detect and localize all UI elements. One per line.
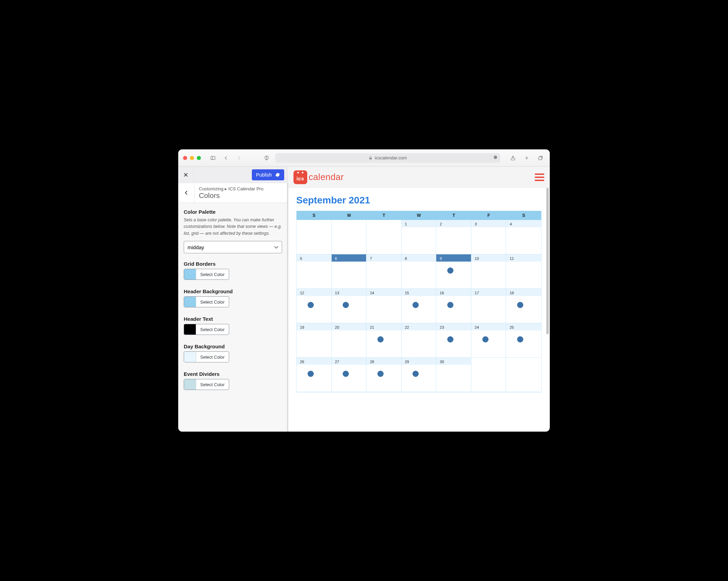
day-number: 5 (297, 254, 331, 262)
event-dot-icon (343, 371, 349, 377)
calendar-cell[interactable]: 17 (471, 289, 506, 323)
calendar-cell[interactable]: 9 (436, 254, 471, 289)
privacy-report-icon[interactable] (262, 154, 271, 162)
browser-window: icscalendar.com (178, 149, 550, 432)
day-number: 8 (402, 254, 436, 262)
select-color-header_background[interactable]: Select Color (184, 296, 229, 307)
day-number: 19 (297, 323, 331, 330)
color-label-event_dividers: Event Dividers (184, 371, 282, 377)
event-dot-icon (343, 302, 349, 308)
calendar-cell[interactable]: 1 (402, 220, 437, 254)
address-bar[interactable]: icscalendar.com (275, 153, 500, 163)
day-number: 24 (471, 323, 506, 330)
calendar-cell[interactable]: 23 (436, 323, 471, 358)
calendar-cell[interactable]: 19 (297, 323, 332, 358)
address-bar-host: icscalendar.com (375, 155, 407, 160)
color-section-grid_borders: Grid Borders Select Color (184, 261, 282, 281)
select-color-label: Select Color (196, 324, 229, 335)
select-color-label: Select Color (196, 379, 229, 390)
customizer-close-button[interactable] (178, 167, 193, 183)
nav-back-button[interactable] (222, 154, 231, 162)
gear-icon (275, 172, 280, 177)
minimize-window-button[interactable] (190, 156, 194, 160)
calendar-cell[interactable]: 21 (366, 323, 402, 358)
calendar-cell[interactable]: 25 (506, 323, 541, 358)
event-dot-icon (517, 302, 523, 308)
calendar-cell[interactable]: 12 (297, 289, 332, 323)
breadcrumb-back-button[interactable] (178, 183, 195, 202)
day-number: 22 (402, 323, 436, 330)
zoom-window-button[interactable] (197, 156, 201, 160)
calendar-cell[interactable]: 18 (506, 289, 541, 323)
site-logo[interactable]: ics calendar (293, 170, 344, 184)
day-number: 20 (332, 323, 366, 330)
calendar-cell[interactable]: 10 (471, 254, 506, 289)
day-number: 28 (366, 358, 401, 365)
color-swatch-header_text (184, 324, 196, 335)
calendar-cell[interactable]: 11 (506, 254, 541, 289)
tab-overview-button[interactable] (536, 154, 545, 162)
calendar-cell[interactable]: 27 (332, 358, 367, 392)
calendar-cell[interactable]: 15 (402, 289, 437, 323)
close-window-button[interactable] (183, 156, 187, 160)
day-number: 2 (436, 220, 471, 227)
nav-forward-button[interactable] (235, 154, 244, 162)
calendar-cell[interactable]: 14 (366, 289, 402, 323)
calendar-cell[interactable]: 2 (436, 220, 471, 254)
logo-badge-icon: ics (293, 170, 307, 184)
select-color-event_dividers[interactable]: Select Color (184, 379, 229, 390)
day-number: 26 (297, 358, 331, 365)
day-number: 29 (402, 358, 436, 365)
reload-button[interactable] (493, 155, 497, 160)
calendar-cell[interactable]: 22 (402, 323, 437, 358)
palette-select[interactable]: midday (184, 241, 282, 253)
svg-rect-3 (370, 158, 372, 159)
day-number: 3 (471, 220, 506, 227)
calendar-cell[interactable]: 24 (471, 323, 506, 358)
hamburger-icon (535, 173, 544, 175)
customizer-scroll[interactable]: Color Palette Sets a base color palette.… (178, 203, 288, 432)
day-number: 30 (436, 358, 471, 365)
sidebar-toggle-button[interactable] (208, 154, 217, 162)
window-controls (183, 156, 201, 160)
palette-description: Sets a base color palette. You can make … (184, 217, 282, 237)
calendar-cell: . (506, 358, 541, 392)
new-tab-button[interactable] (522, 154, 531, 162)
calendar-cell[interactable]: 29 (402, 358, 437, 392)
calendar-header-row: SMTWTFS (297, 211, 541, 220)
breadcrumb: Customizing ▸ ICS Calendar Pro Colors (178, 183, 288, 203)
calendar-cell[interactable]: 20 (332, 323, 367, 358)
select-color-day_background[interactable]: Select Color (184, 351, 229, 362)
calendar-cell: . (297, 220, 332, 254)
select-color-label: Select Color (196, 269, 229, 279)
color-swatch-header_background (184, 297, 196, 307)
day-number: 12 (297, 289, 331, 296)
calendar-cell[interactable]: 26 (297, 358, 332, 392)
page-title: Colors (199, 191, 264, 200)
preview-scrollbar[interactable] (546, 188, 549, 334)
select-color-header_text[interactable]: Select Color (184, 324, 229, 335)
day-number: 18 (506, 289, 541, 296)
calendar-cell[interactable]: 30 (436, 358, 471, 392)
publish-button[interactable]: Publish (252, 169, 284, 180)
event-dot-icon (308, 302, 314, 308)
color-swatch-day_background (184, 352, 196, 362)
calendar-cell[interactable]: 13 (332, 289, 367, 323)
share-button[interactable] (508, 154, 517, 162)
calendar-area[interactable]: September 2021 SMTWTFS ...12345678910111… (288, 188, 550, 432)
calendar-cell[interactable]: 5 (297, 254, 332, 289)
calendar-cell: . (471, 358, 506, 392)
breadcrumb-path: Customizing ▸ ICS Calendar Pro (199, 186, 264, 191)
calendar-cell[interactable]: 7 (366, 254, 402, 289)
day-number: 14 (366, 289, 401, 296)
menu-button[interactable] (535, 173, 544, 181)
day-label: T (436, 211, 471, 220)
select-color-grid_borders[interactable]: Select Color (184, 269, 229, 280)
calendar-cell[interactable]: 4 (506, 220, 541, 254)
calendar-cell[interactable]: 16 (436, 289, 471, 323)
calendar-cell[interactable]: 8 (402, 254, 437, 289)
calendar-cell[interactable]: 3 (471, 220, 506, 254)
calendar-cell[interactable]: 28 (366, 358, 402, 392)
calendar-cell[interactable]: 6 (332, 254, 367, 289)
customizer-toolbar: Publish (178, 167, 288, 183)
